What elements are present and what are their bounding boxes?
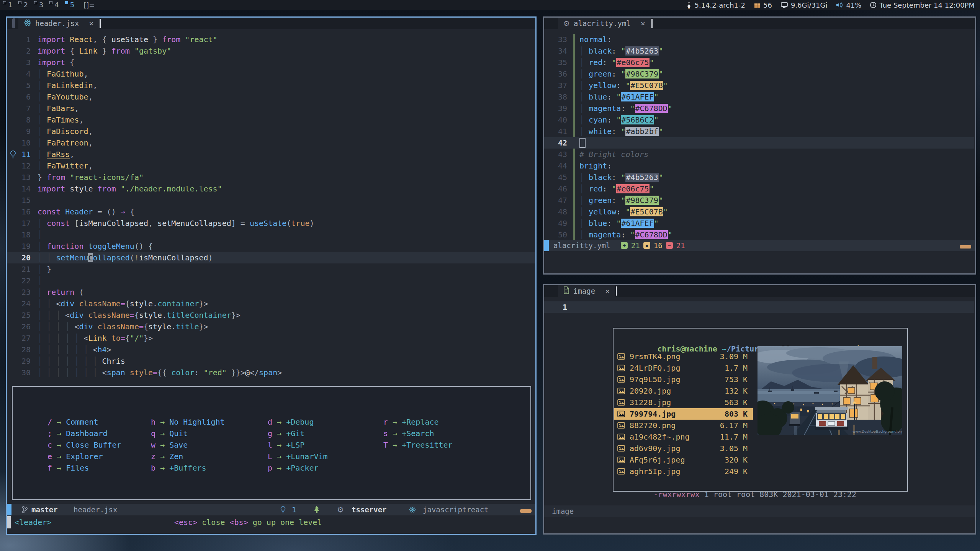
tab-header-jsx[interactable]: header.jsx × xyxy=(18,18,99,29)
layout-symbol[interactable]: []= xyxy=(83,1,95,9)
workspace-2[interactable]: 2 xyxy=(18,0,28,10)
file-row-799794.jpg[interactable]: 799794.jpg803K xyxy=(614,408,753,420)
tab-alacritty-yml[interactable]: ⚙ alacritty.yml × xyxy=(558,18,651,29)
code-line-3[interactable]: 3import { xyxy=(7,57,535,68)
code-line-18[interactable]: 18│ xyxy=(7,229,535,240)
file-row-24LrDFQ.jpg[interactable]: 24LrDFQ.jpg1.7M xyxy=(614,362,753,374)
line-number: 48 xyxy=(544,206,567,217)
code-line-43[interactable]: 43# Bright colors xyxy=(544,149,974,160)
code-line-36[interactable]: 36│ green: "#98C379" xyxy=(544,68,974,80)
whichkey-item--treesitter[interactable]: T → +Treesitter xyxy=(383,440,453,450)
code-line-37[interactable]: 37│ yellow: "#E5C07B" xyxy=(544,80,974,91)
whichkey-item-zen[interactable]: z → Zen xyxy=(151,452,183,461)
code-line-23[interactable]: 23│ return ( xyxy=(7,286,535,298)
code-line-50[interactable]: 50│ magenta: "#C678DD" xyxy=(544,229,974,240)
file-row-AFq5r6j.jpeg[interactable]: AFq5r6j.jpeg320K xyxy=(614,454,753,466)
code-line-44[interactable]: 44bright: xyxy=(544,160,974,172)
code-line-10[interactable]: 10│ FaPatreon, xyxy=(7,137,535,149)
command-line[interactable]: <leader> <esc> close <bs> go up one leve… xyxy=(7,515,535,531)
whichkey-item-files[interactable]: f → Files xyxy=(47,463,89,473)
code-line-38[interactable]: 38│ blue: "#61AFEF" xyxy=(544,91,974,103)
code-line-34[interactable]: 34│ black: "#4b5263" xyxy=(544,45,974,57)
whichkey-item-quit[interactable]: q → Quit xyxy=(151,429,188,438)
code-line-29[interactable]: 29│ │ │ │ │ │ │ Chris xyxy=(7,355,535,367)
code-line-4[interactable]: 4│ FaGithub, xyxy=(7,68,535,80)
file-row-a19c482f~.png[interactable]: a19c482f~.png11.7M xyxy=(614,431,753,443)
code-line-49[interactable]: 49│ blue: "#61AFEF" xyxy=(544,217,974,229)
diagnostic-count[interactable]: 1 xyxy=(292,504,296,515)
code-line-1[interactable]: 1 xyxy=(544,301,974,313)
file-row-31228.jpg[interactable]: 31228.jpg563K xyxy=(614,397,753,408)
code-line-39[interactable]: 39│ magenta: "#C678DD" xyxy=(544,103,974,114)
code-line-41[interactable]: 41│ white: "#abb2bf" xyxy=(544,126,974,137)
file-row-20920.jpg[interactable]: 20920.jpg132K xyxy=(614,385,753,397)
git-branch-name[interactable]: master xyxy=(31,504,58,515)
whichkey-item-save[interactable]: w → Save xyxy=(151,440,188,450)
code-line-7[interactable]: 7│ FaBars, xyxy=(7,103,535,114)
code-line-27[interactable]: 27│ │ │ │ │ <Link to={"/"}> xyxy=(7,332,535,344)
code-line-24[interactable]: 24│ │ <div className={style.container}> xyxy=(7,298,535,309)
code-line-13[interactable]: 13} from "react-icons/fa" xyxy=(7,172,535,183)
code-line-2[interactable]: 2import { Link } from "gatsby" xyxy=(7,45,535,57)
file-row-ad6v90y.jpg[interactable]: ad6v90y.jpg3.05M xyxy=(614,443,753,454)
whichkey-item-explorer[interactable]: e → Explorer xyxy=(47,452,103,461)
file-size-unit: K xyxy=(738,375,753,384)
code-line-20[interactable]: 20│ │ setMenuCollapsed(!isMenuCollapsed) xyxy=(7,252,535,263)
workspace-5[interactable]: 5 xyxy=(65,0,74,10)
close-icon[interactable]: × xyxy=(641,19,645,28)
code-line-15[interactable]: 15 xyxy=(7,195,535,206)
whichkey-item--buffers[interactable]: b → +Buffers xyxy=(151,463,206,473)
code-line-11[interactable]: 11│ FaRss, xyxy=(7,149,535,160)
code-line-6[interactable]: 6│ FaYoutube, xyxy=(7,91,535,103)
code-line-26[interactable]: 26│ │ │ │ <div className={style.title}> xyxy=(7,321,535,332)
file-row-882720.png[interactable]: 882720.png6.17M xyxy=(614,420,753,431)
code-line-40[interactable]: 40│ cyan: "#56B6C2" xyxy=(544,114,974,126)
code-line-35[interactable]: 35│ red: "#e06c75" xyxy=(544,57,974,68)
whichkey-item--lsp[interactable]: l → +LSP xyxy=(268,440,304,450)
whichkey-item--packer[interactable]: p → +Packer xyxy=(268,463,318,473)
workspace-4[interactable]: 4 xyxy=(49,0,59,10)
code-editor[interactable]: 33normal:34│ black: "#4b5263"35│ red: "#… xyxy=(544,34,974,240)
file-row-9rsmTK4.png[interactable]: 9rsmTK4.png3.09M xyxy=(614,351,753,362)
file-row-aghr5Ip.jpg[interactable]: aghr5Ip.jpg249K xyxy=(614,466,753,477)
whichkey-item--lunarvim[interactable]: L → +LunarVim xyxy=(268,452,328,461)
workspace-3[interactable]: 3 xyxy=(34,0,43,10)
code-line-30[interactable]: 30│ │ │ │ │ │ │ <span style={{ color: "r… xyxy=(7,367,535,378)
whichkey-item--replace[interactable]: r → +Replace xyxy=(383,417,439,427)
code-line-8[interactable]: 8│ FaTimes, xyxy=(7,114,535,126)
whichkey-item-close-buffer[interactable]: c → Close Buffer xyxy=(47,440,121,450)
code-line-5[interactable]: 5│ FaLinkedin, xyxy=(7,80,535,91)
whichkey-item-comment[interactable]: / → Comment xyxy=(47,417,98,427)
code-line-25[interactable]: 25│ │ │ <div className={style.titleConta… xyxy=(7,309,535,321)
whichkey-item--debug[interactable]: d → +Debug xyxy=(268,417,314,427)
code-line-12[interactable]: 12│ FaTwitter, xyxy=(7,160,535,172)
code-line-19[interactable]: 19│ function toggleMenu() { xyxy=(7,240,535,252)
code-line-1[interactable]: 1import React, { useState } from "react" xyxy=(7,34,535,45)
close-icon[interactable]: × xyxy=(605,286,610,296)
code-line-16[interactable]: 16const Header = () ⇒ { xyxy=(7,206,535,217)
whichkey-item--git[interactable]: g → +Git xyxy=(268,429,304,438)
whichkey-item--search[interactable]: s → +Search xyxy=(383,429,434,438)
code-line-17[interactable]: 17│ const [isMenuCollapsed, setMenuColla… xyxy=(7,217,535,229)
whichkey-item-no-highlight[interactable]: h → No Highlight xyxy=(151,417,225,427)
file-row-97q9L5D.jpg[interactable]: 97q9L5D.jpg753K xyxy=(614,374,753,385)
code-line-21[interactable]: 21│ } xyxy=(7,263,535,275)
whichkey-item-dashboard[interactable]: ; → Dashboard xyxy=(47,429,108,438)
code-editor[interactable]: 1import React, { useState } from "react"… xyxy=(7,34,535,378)
code-line-33[interactable]: 33normal: xyxy=(544,34,974,45)
code-line-22[interactable]: 22│ xyxy=(7,275,535,286)
tab-image[interactable]: image × xyxy=(558,285,615,297)
scroll-indicator[interactable] xyxy=(12,18,15,28)
code-line-46[interactable]: 46│ red: "#e06c75" xyxy=(544,183,974,195)
volume-status[interactable]: 41% xyxy=(836,1,861,9)
workspace-1[interactable]: 1 xyxy=(3,0,12,10)
code-line-14[interactable]: 14import style from "./header.module.les… xyxy=(7,183,535,195)
code-line-42[interactable]: 42 xyxy=(544,137,974,149)
code-line-48[interactable]: 48│ yellow: "#E5C07B" xyxy=(544,206,974,217)
close-icon[interactable]: × xyxy=(89,19,93,28)
code-editor[interactable]: 1 xyxy=(544,301,974,313)
code-line-9[interactable]: 9│ FaDiscord, xyxy=(7,126,535,137)
code-line-47[interactable]: 47│ green: "#98C379" xyxy=(544,195,974,206)
code-line-45[interactable]: 45│ black: "#4b5263" xyxy=(544,172,974,183)
code-line-28[interactable]: 28│ │ │ │ │ │ <h4> xyxy=(7,344,535,355)
